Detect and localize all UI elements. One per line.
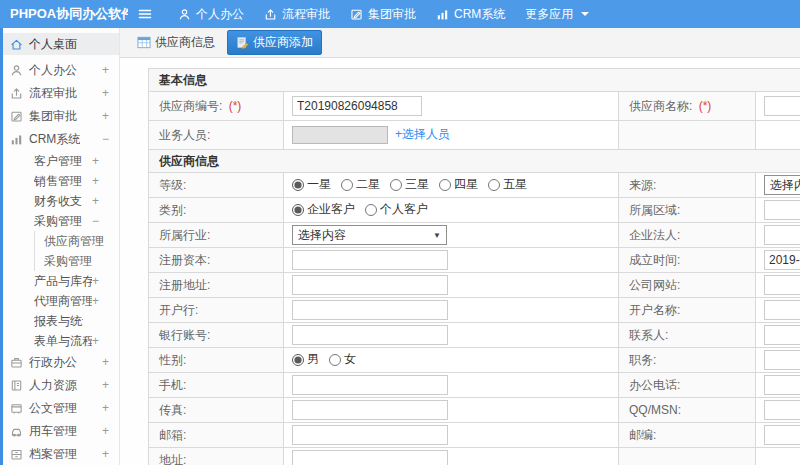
expand-plus-icon[interactable]: + [92,154,99,168]
topnav-item-crm-system[interactable]: CRM系统 [436,6,505,23]
sidebar-item-document-mgmt[interactable]: 公文管理+ [3,397,119,419]
supplier-no-input[interactable] [292,96,422,116]
expand-plus-icon[interactable]: + [92,194,99,208]
sidebar-item-procurement-mgmt[interactable]: 采购管理 [35,251,119,271]
email-input[interactable] [292,425,448,445]
supplier-name-input[interactable] [764,96,800,116]
contact-person-input[interactable] [764,325,800,345]
radio-icon[interactable] [365,204,377,216]
zip-code-input[interactable] [764,425,800,445]
expand-plus-icon[interactable]: + [92,294,99,308]
radio-icon[interactable] [439,179,451,191]
sidebar-item-supplier-mgmt[interactable]: 供应商管理 [35,231,119,251]
form-row: 等级:一星二星三星四星五星来源:选择内容▼ [149,173,800,198]
region-input[interactable] [764,200,800,220]
level-option-3[interactable]: 四星 [439,176,478,193]
field-label-cell: 地址: [149,448,284,465]
collapse-minus-icon[interactable]: − [102,132,109,146]
gender-option-0[interactable]: 男 [292,351,319,368]
legal-person-input[interactable] [764,225,800,245]
radio-icon[interactable] [329,354,341,366]
founding-date-input[interactable] [764,250,800,270]
sidebar-item-purchase-mgmt[interactable]: 采购管理− [3,211,119,231]
sidebar-item-vehicle-mgmt[interactable]: 用车管理+ [3,420,119,442]
sidebar-item-personal-office[interactable]: 个人办公+ [3,59,119,81]
expand-plus-icon[interactable]: + [102,401,109,415]
sidebar-item-agent-mgmt[interactable]: 代理商管理+ [3,291,119,311]
sidebar-item-form-flow-settings[interactable]: 表单与流程设置+ [3,331,119,351]
expand-plus-icon[interactable]: + [102,378,109,392]
sidebar-item-reports-stats[interactable]: 报表与统计 [3,311,119,331]
bank-account-input[interactable] [292,325,448,345]
topnav-item-more-apps[interactable]: 更多应用 [525,6,589,23]
sidebar-item-admin-office[interactable]: 行政办公+ [3,351,119,373]
radio-icon[interactable] [292,204,304,216]
level-option-0[interactable]: 一星 [292,176,331,193]
field-control-cell: 一星二星三星四星五星 [284,173,619,198]
radio-icon[interactable] [341,179,353,191]
sidebar-item-crm-system[interactable]: CRM系统− [3,128,119,150]
business-staff-box[interactable] [292,126,388,144]
level-option-1[interactable]: 二星 [341,176,380,193]
field-label-cell [619,448,756,465]
account-name-input[interactable] [764,300,800,320]
job-title-input[interactable] [764,350,800,370]
tab-supplier-add[interactable]: 供应商添加 [227,30,322,55]
sidebar-item-product-inventory[interactable]: 产品与库存+ [3,271,119,291]
expand-plus-icon[interactable]: + [102,355,109,369]
radio-icon[interactable] [488,179,500,191]
category-option-1[interactable]: 个人客户 [365,201,428,218]
tab-supplier-info[interactable]: 供应商信息 [133,32,219,53]
fax-input[interactable] [292,400,448,420]
radio-icon[interactable] [292,179,304,191]
sidebar-item-sales-mgmt[interactable]: 销售管理+ [3,171,119,191]
bank-input[interactable] [292,300,448,320]
expand-plus-icon[interactable]: + [102,447,109,461]
office-phone-input[interactable] [764,375,800,395]
sidebar-item-human-resources[interactable]: 人力资源+ [3,374,119,396]
address-input[interactable] [292,450,448,465]
radio-icon[interactable] [390,179,402,191]
sidebar-item-customer-mgmt[interactable]: 客户管理+ [3,151,119,171]
registered-address-input[interactable] [292,275,448,295]
radio-icon[interactable] [292,354,304,366]
topnav-item-group-approval[interactable]: 集团审批 [350,6,416,23]
topnav-item-process-approval[interactable]: 流程审批 [264,6,330,23]
expand-plus-icon[interactable]: + [102,109,109,123]
field-label: 开户名称: [629,303,680,317]
sidebar-item-group-approval[interactable]: 集团审批+ [3,105,119,127]
mobile-input[interactable] [292,375,448,395]
expand-plus-icon[interactable]: + [102,63,109,77]
industry-select[interactable]: 选择内容▼ [292,225,447,245]
level-option-2[interactable]: 三星 [390,176,429,193]
source-select[interactable]: 选择内容▼ [764,175,800,195]
field-label-cell: 开户名称: [619,298,756,323]
field-label-cell: 联系人: [619,323,756,348]
business-staff-choose-link[interactable]: +选择人员 [395,127,450,141]
field-label: 所属区域: [629,203,680,217]
section-header-row: 供应商信息 [149,150,800,173]
menu-icon[interactable] [128,6,162,22]
level-option-4[interactable]: 五星 [488,176,527,193]
sidebar-item-finance-io[interactable]: 财务收支+ [3,191,119,211]
registered-capital-input[interactable] [292,250,448,270]
expand-plus-icon[interactable]: + [92,274,99,288]
expand-plus-icon[interactable]: + [102,424,109,438]
sidebar-item-archive-mgmt[interactable]: 档案管理+ [3,443,119,465]
sidebar-item-process-approval[interactable]: 流程审批+ [3,82,119,104]
gender-option-1[interactable]: 女 [329,351,356,368]
form-row: 供应商编号: (*)供应商名称: (*) [149,92,800,121]
field-control-cell: +选择人员 [284,121,619,150]
category-option-0[interactable]: 企业客户 [292,201,355,218]
topnav-item-personal-office[interactable]: 个人办公 [178,6,244,23]
company-website-input[interactable] [764,275,800,295]
topnav-item-label: 集团审批 [368,6,416,23]
expand-plus-icon[interactable]: + [92,174,99,188]
expand-plus-icon[interactable]: + [92,334,99,348]
field-label-cell: 职务: [619,348,756,373]
expand-plus-icon[interactable]: + [102,86,109,100]
collapse-minus-icon[interactable]: − [92,214,99,228]
qq-msn-input[interactable] [764,400,800,420]
field-control-cell [756,323,800,348]
sidebar-item-personal-desktop[interactable]: 个人桌面 [3,33,119,55]
